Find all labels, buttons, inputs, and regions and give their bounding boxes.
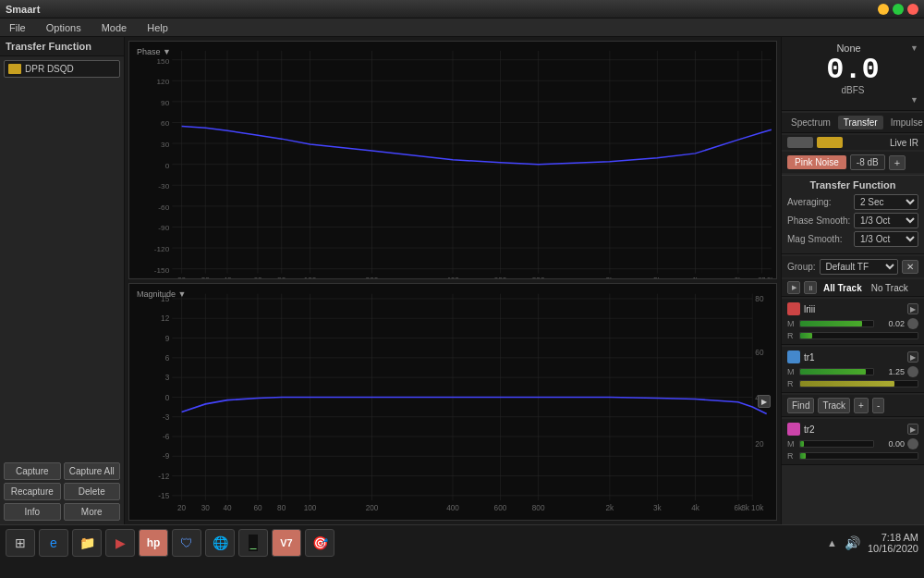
track-color-lriii[interactable] bbox=[787, 302, 800, 315]
chrome-button[interactable]: 🌐 bbox=[205, 529, 235, 557]
pink-noise-button[interactable]: Pink Noise bbox=[787, 155, 846, 169]
meter-value-lriii: 0.02 bbox=[877, 319, 905, 328]
svg-text:30: 30 bbox=[201, 502, 210, 511]
minimize-button[interactable] bbox=[878, 4, 889, 15]
svg-text:60: 60 bbox=[755, 347, 763, 356]
circle-btn-tr1[interactable] bbox=[907, 366, 918, 377]
no-track-button[interactable]: No Track bbox=[869, 282, 911, 294]
menu-mode[interactable]: Mode bbox=[96, 20, 133, 35]
track-name-tr1: tr1 bbox=[804, 352, 904, 363]
meter-bar-m-tr2 bbox=[799, 440, 874, 448]
ie-button[interactable]: e bbox=[39, 529, 68, 557]
menu-options[interactable]: Options bbox=[41, 20, 87, 35]
phase-smooth-select[interactable]: 1/3 Oct 1/6 Oct None bbox=[854, 213, 918, 228]
all-track-button[interactable]: All Track bbox=[821, 282, 865, 294]
phase-smooth-label: Phase Smooth: bbox=[787, 215, 850, 226]
averaging-select[interactable]: 2 Sec 1 Sec 500ms bbox=[854, 194, 918, 210]
capture-all-button[interactable]: Capture All bbox=[64, 462, 121, 480]
file-item[interactable]: DPR DSQD bbox=[4, 60, 120, 78]
svg-text:4k: 4k bbox=[691, 277, 700, 278]
meter-fill-m-tr1 bbox=[800, 369, 866, 375]
svg-text:-90: -90 bbox=[158, 225, 169, 233]
circle-btn-lriii[interactable] bbox=[907, 318, 918, 329]
tabs-row: Spectrum Transfer Impulse bbox=[782, 113, 924, 133]
meter-bar-r-tr1 bbox=[799, 380, 918, 387]
track-color-tr1[interactable] bbox=[787, 350, 800, 363]
delete-button[interactable]: Delete bbox=[64, 483, 121, 500]
tab-impulse[interactable]: Impulse bbox=[885, 116, 924, 129]
gear-button[interactable]: ✕ bbox=[902, 260, 918, 274]
track-color-tr2[interactable] bbox=[787, 423, 800, 436]
app2-button[interactable]: 🎯 bbox=[305, 529, 334, 557]
group-row: Group: Default TF ✕ bbox=[782, 256, 924, 277]
capture-button[interactable]: Capture bbox=[4, 462, 61, 480]
swatch-yellow[interactable] bbox=[817, 137, 843, 148]
info-button[interactable]: Info bbox=[4, 503, 61, 521]
svg-text:400: 400 bbox=[446, 277, 459, 278]
explorer-button[interactable]: 📁 bbox=[72, 529, 102, 557]
svg-text:-9: -9 bbox=[163, 451, 170, 461]
svg-text:800: 800 bbox=[532, 502, 545, 511]
track-play-lriii[interactable]: ▶ bbox=[907, 303, 918, 314]
svg-text:-3: -3 bbox=[163, 412, 170, 421]
phase-triangle[interactable]: ▼ bbox=[161, 47, 171, 56]
tab-spectrum[interactable]: Spectrum bbox=[785, 116, 836, 129]
tf-title: Transfer Function bbox=[787, 179, 918, 191]
menu-file[interactable]: File bbox=[4, 20, 31, 35]
find-track-row: Find Track + - bbox=[782, 395, 924, 417]
magnitude-play-button[interactable]: ▶ bbox=[758, 395, 771, 408]
track-play-tr2[interactable]: ▶ bbox=[907, 424, 918, 435]
volume-icon[interactable]: 🔊 bbox=[845, 535, 860, 550]
track-header-tr2: tr2 ▶ bbox=[787, 423, 918, 436]
svg-text:10k: 10k bbox=[762, 277, 775, 278]
meter-bar-m-lriii bbox=[799, 320, 874, 327]
circle-btn-tr2[interactable] bbox=[907, 438, 918, 449]
svg-text:150: 150 bbox=[156, 57, 169, 66]
plus-button[interactable]: + bbox=[854, 398, 869, 413]
svg-text:20: 20 bbox=[177, 502, 186, 511]
close-button[interactable] bbox=[907, 4, 918, 15]
magnitude-label: Magnitude ▼ bbox=[137, 288, 186, 299]
start-button[interactable]: ⊞ bbox=[6, 529, 35, 557]
svg-text:200: 200 bbox=[366, 502, 379, 511]
menu-help[interactable]: Help bbox=[141, 20, 174, 35]
phase-label: Phase ▼ bbox=[137, 45, 171, 56]
find-button[interactable]: Find bbox=[787, 398, 814, 413]
magnitude-triangle[interactable]: ▼ bbox=[176, 289, 186, 299]
track-item-tr2: tr2 ▶ M 0.00 R bbox=[782, 419, 924, 465]
track-meters-lriii: M 0.02 R bbox=[787, 318, 918, 340]
phase-grid-svg: 150 120 90 60 30 0 -30 -60 -90 -120 -150 bbox=[129, 42, 776, 278]
svg-text:600: 600 bbox=[494, 502, 507, 511]
track-item-lriii: lriii ▶ M 0.02 R bbox=[782, 299, 924, 345]
phase-plot: Phase ▼ bbox=[128, 41, 777, 279]
source-dropdown[interactable]: ▼ bbox=[910, 43, 918, 53]
play-all-button[interactable]: ▶ bbox=[787, 281, 800, 294]
noise-level[interactable]: -8 dB bbox=[850, 154, 885, 170]
hp-button[interactable]: hp bbox=[139, 529, 168, 557]
terminal-button[interactable]: _ bbox=[238, 529, 268, 557]
more-button[interactable]: More bbox=[64, 503, 121, 521]
tray-arrow[interactable]: ▲ bbox=[827, 537, 837, 548]
magnitude-plot: Magnitude ▼ ▶ bbox=[128, 283, 777, 522]
svg-text:-30: -30 bbox=[158, 182, 169, 191]
group-select[interactable]: Default TF bbox=[820, 259, 898, 275]
pause-button[interactable]: ⏸ bbox=[804, 281, 817, 294]
track-button[interactable]: Track bbox=[818, 398, 850, 413]
security-button[interactable]: 🛡 bbox=[172, 529, 201, 557]
swatch-gray[interactable] bbox=[787, 137, 813, 148]
noise-plus[interactable]: + bbox=[889, 155, 906, 170]
svg-text:3: 3 bbox=[165, 373, 170, 382]
svg-text:6k: 6k bbox=[734, 277, 743, 278]
v7-button[interactable]: V7 bbox=[272, 529, 301, 557]
mag-smooth-select[interactable]: 1/3 Oct 1/6 Oct None bbox=[854, 231, 918, 247]
svg-text:800: 800 bbox=[532, 277, 545, 278]
track-controls-row: ▶ ⏸ All Track No Track bbox=[782, 279, 924, 297]
maximize-button[interactable] bbox=[893, 4, 904, 15]
bottom-buttons: Capture Capture All Recapture Delete Inf… bbox=[0, 459, 124, 524]
tab-transfer[interactable]: Transfer bbox=[838, 116, 883, 129]
media-button[interactable]: ▶ bbox=[105, 529, 135, 557]
minus-button[interactable]: - bbox=[872, 398, 884, 413]
level-dropdown[interactable]: ▼ bbox=[787, 95, 918, 105]
recapture-button[interactable]: Recapture bbox=[4, 483, 61, 500]
track-play-tr1[interactable]: ▶ bbox=[907, 351, 918, 363]
